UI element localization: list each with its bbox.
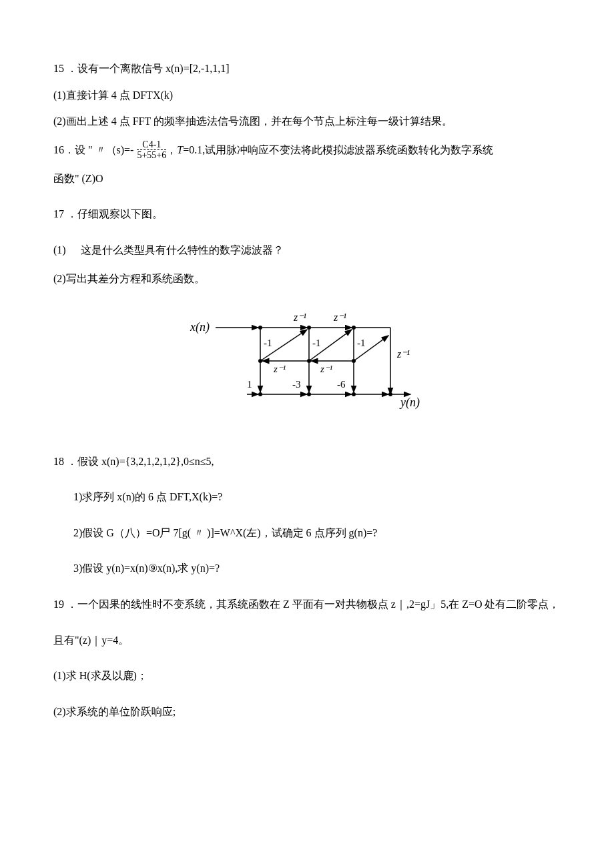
q18-title: ．假设 x(n)={3,2,1,2,1,2},0≤n≤5, (67, 456, 214, 467)
q16-num: 16 (53, 144, 64, 155)
q17-p2: (2)写出其差分方程和系统函数。 (53, 270, 561, 288)
q16-pre: ．设 " 〃（s)=- (64, 144, 133, 155)
q18-p2: 2)假设 G（八）=O尸 7[g( 〃 )]=W^X(左)，试确定 6 点序列 … (73, 524, 561, 542)
q16-post: =0.1,试用脉冲响应不变法将此模拟滤波器系统函数转化为数字系统 (183, 144, 493, 155)
q16-frac-bot: 5+55+6 (137, 150, 166, 160)
q19-p3: (1)求 H(求及以鹿)； (53, 667, 561, 685)
q16-frac-top: C4-1 (137, 139, 166, 149)
q18-num: 18 (53, 456, 64, 467)
q19-p1: ．一个因果的线性时不变系统，其系统函数在 Z 平面有一对共物极点 z｜,2=gJ… (67, 598, 559, 610)
svg-point-3 (307, 326, 311, 330)
q15-p1: (1)直接计算 4 点 DFTX(k) (53, 87, 561, 104)
q16-T: T (177, 144, 183, 155)
figure-z2: z⁻¹ (333, 312, 346, 323)
svg-point-21 (307, 392, 311, 396)
figure-m3: -3 (292, 379, 301, 390)
svg-point-8 (388, 392, 392, 396)
q17-num: 17 (53, 208, 64, 220)
figure-z3: z⁻¹ (396, 348, 410, 360)
q16-fraction: C4-1 5+55+6 (133, 139, 166, 161)
q19-p2: 且有"(z)｜y=4。 (53, 632, 561, 649)
svg-point-22 (352, 392, 356, 396)
q15-num: 15 (53, 63, 64, 74)
figure-z4: z⁻¹ (273, 364, 286, 374)
q17-p1-txt: 这是什么类型具有什么特性的数字滤波器？ (81, 244, 284, 256)
q17-p1-num: (1) (53, 244, 66, 256)
figure-m6: -6 (337, 379, 346, 390)
figure-z1: z⁻¹ (293, 312, 306, 323)
svg-point-1 (258, 326, 262, 330)
q18-p1: 1)求序列 x(n)的 6 点 DFT,X(k)=? (73, 488, 561, 506)
q15-title: ．设有一个离散信号 x(n)=[2,-1,1,1] (67, 63, 230, 74)
figure-xn: x(n) (190, 320, 210, 334)
signal-flow-diagram: x(n) z⁻¹ z⁻¹ z⁻¹ -1 -1 -1 z⁻¹ z⁻ (53, 308, 561, 420)
figure-z5: z⁻¹ (320, 364, 333, 374)
figure-m1a: -1 (264, 338, 272, 348)
q18-p3: 3)假设 y(n)=x(n)⑨x(n),求 y(n)=? (73, 560, 561, 577)
q16-p2: 函数" (Z)O (53, 170, 561, 187)
svg-point-20 (258, 392, 262, 396)
figure-yn: y(n) (399, 396, 420, 410)
q17-title: ．仔细观察以下图。 (67, 208, 163, 220)
figure-one: 1 (247, 379, 252, 390)
q15-p2: (2)画出上述 4 点 FFT 的频率抽选法信号流图，并在每个节点上标注每一级计… (53, 113, 561, 130)
figure-m1c: -1 (357, 338, 366, 348)
figure-m1b: -1 (312, 338, 321, 348)
q19-p4: (2)求系统的单位阶跃响应; (53, 703, 561, 721)
q19-num: 19 (53, 598, 64, 610)
